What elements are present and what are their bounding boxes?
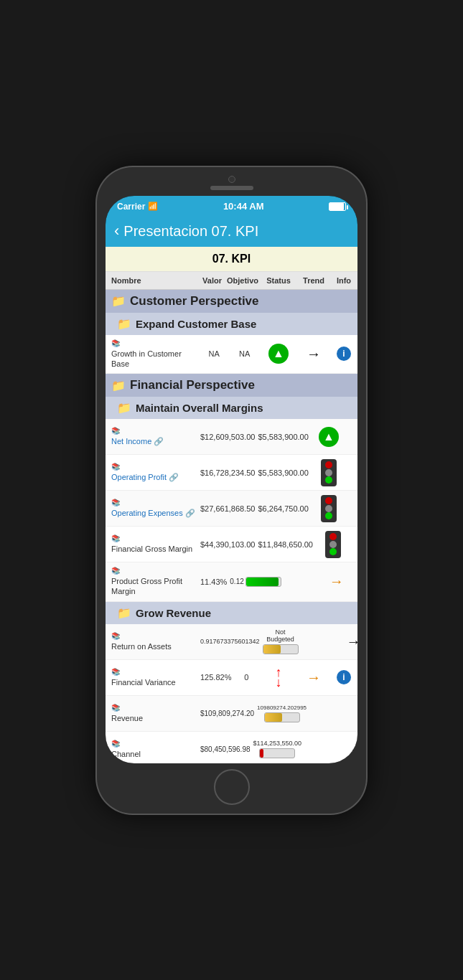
objetivo-cell: Not Budgeted <box>261 626 300 657</box>
status-cell <box>314 529 352 560</box>
objetivo-cell: $5,583,900.00 <box>256 430 309 444</box>
trend-cell: → <box>320 572 353 591</box>
name-cell: 📚 Revenue <box>106 699 199 727</box>
subsection-expand-customer-base: 📁 Expand Customer Base <box>106 313 357 335</box>
name-cell: 📚 Product Gross Profit Margin <box>106 562 199 601</box>
info-button[interactable]: i <box>337 670 351 684</box>
kpi-name: Return on Assets <box>111 641 196 651</box>
traffic-light-icon <box>321 495 337 522</box>
info-cell: i <box>330 669 357 686</box>
info-button[interactable]: i <box>337 347 351 361</box>
name-cell: 📚 Growth in Customer Base <box>106 335 199 374</box>
kpi-icon: 📚 <box>111 668 196 676</box>
trend-arrow-icon: → <box>347 633 357 650</box>
kpi-name: Financial Gross Margin <box>111 544 196 554</box>
folder-icon: 📁 <box>111 294 126 308</box>
screen-content: 07. KPI Nombre Valor Objetivo Status Tre… <box>106 247 357 763</box>
kpi-icon: 📚 <box>111 740 196 748</box>
kpi-name: Operating Profit 🔗 <box>111 472 196 482</box>
valor-cell: $27,661,868.50 <box>199 501 256 516</box>
tl-red-dot <box>325 461 332 468</box>
table-row: 📚 Financial Gross Margin $44,390,103.00 … <box>106 527 357 562</box>
status-cell <box>300 640 337 643</box>
kpi-icon: 📚 <box>111 567 196 575</box>
trend-cell: → <box>297 668 330 687</box>
clock: 10:44 AM <box>223 201 264 212</box>
objetivo-cell: 109809274.202995 <box>256 702 308 725</box>
objetivo-cell: $11,848,650.00 <box>256 537 314 552</box>
tl-red-dot <box>325 497 332 504</box>
trend-cell: → <box>345 704 357 723</box>
section-financial-perspective: 📁 Financial Perspective <box>106 374 357 397</box>
home-button[interactable] <box>214 769 250 805</box>
kpi-name: Financial Variance <box>111 677 196 687</box>
trend-cell: → <box>347 463 357 482</box>
valor-cell: $16,728,234.50 <box>199 466 256 480</box>
name-cell: 📚 Channel <box>106 735 199 763</box>
valor-cell: $12,609,503.00 <box>199 430 256 444</box>
valor-cell: 0.917673375601342 <box>199 635 261 648</box>
kpi-icon: 📚 <box>111 704 196 712</box>
valor-cell: $44,390,103.00 <box>199 537 256 552</box>
kpi-name: Revenue <box>111 713 196 723</box>
tl-green-dot <box>329 548 337 555</box>
valor-cell: NA <box>199 347 230 361</box>
status-cell <box>303 748 340 750</box>
info-cell: i <box>353 573 357 590</box>
kpi-name: Net Income 🔗 <box>111 436 196 446</box>
traffic-light-icon <box>321 459 337 486</box>
kpi-name: Channel <box>111 749 196 759</box>
objetivo-cell: NA <box>230 347 261 361</box>
trend-arrow-icon: → <box>307 669 321 686</box>
speaker <box>210 186 253 190</box>
table-row: 📚 Return on Assets 0.917673375601342 Not… <box>106 624 357 660</box>
status-cell: ▲ <box>310 425 347 448</box>
status-cell: ▲ <box>260 342 297 365</box>
table-row: 📚 Channel $80,450,596.98 $114,253,550.00… <box>106 732 357 763</box>
progress-bar <box>264 712 300 722</box>
kpi-icon: 📚 <box>111 534 196 542</box>
trend-cell: → <box>352 534 357 554</box>
kpi-icon: 📚 <box>111 499 196 507</box>
objetivo-cell: $6,264,750.00 <box>256 501 309 516</box>
trend-arrow-icon: → <box>350 741 357 758</box>
trend-arrow-icon: → <box>357 500 357 517</box>
subsection-grow-revenue: 📁 Grow Revenue <box>106 602 357 624</box>
status-cell: ↑ ↓ <box>260 666 297 689</box>
valor-cell: $109,809,274.20 <box>199 707 256 720</box>
name-cell: 📚 Operating Profit 🔗 <box>106 458 199 486</box>
kpi-icon: 📚 <box>111 427 196 435</box>
trend-cell: → <box>347 499 357 518</box>
nav-title: Presentacion 07. KPI <box>123 223 258 240</box>
kpi-icon: 📚 <box>111 632 196 640</box>
table-row: 📚 Net Income 🔗 $12,609,503.00 $5,583,900… <box>106 419 357 455</box>
status-cell <box>283 580 320 583</box>
valor-cell: 11.43% <box>199 575 228 589</box>
valor-cell: 125.82% <box>199 670 233 684</box>
trend-cell: → <box>340 740 357 759</box>
name-cell: 📚 Net Income 🔗 <box>106 423 199 451</box>
name-cell: 📚 Financial Gross Margin <box>106 530 199 558</box>
back-button[interactable]: ‹ <box>114 223 119 239</box>
progress-bar <box>259 748 295 758</box>
name-cell: 📚 Financial Variance <box>106 664 199 692</box>
status-cell <box>310 494 347 524</box>
trend-arrow-icon: → <box>357 464 357 481</box>
status-arrow-up-icon: ▲ <box>319 427 339 447</box>
kpi-name: Operating Expenses 🔗 <box>111 508 196 518</box>
kpi-icon: 📚 <box>111 339 196 347</box>
tl-yellow-dot <box>325 505 332 512</box>
info-cell: i <box>330 345 357 362</box>
phone-screen: Carrier 📶 10:44 AM ‹ Presentacion 07. KP… <box>106 196 357 763</box>
status-cell <box>308 712 345 715</box>
trend-arrow-icon: → <box>329 573 344 590</box>
battery-indicator <box>329 202 346 211</box>
trend-cell: → <box>347 427 357 446</box>
tl-red-dot <box>329 533 337 540</box>
folder-icon: 📁 <box>117 317 131 331</box>
wifi-icon: 📶 <box>148 202 158 211</box>
name-cell: 📚 Return on Assets <box>106 628 199 656</box>
table-row: 📚 Financial Variance 125.82% 0 ↑ ↓ → i <box>106 660 357 696</box>
progress-bar <box>263 644 299 654</box>
kpi-icon: 📚 <box>111 463 196 471</box>
